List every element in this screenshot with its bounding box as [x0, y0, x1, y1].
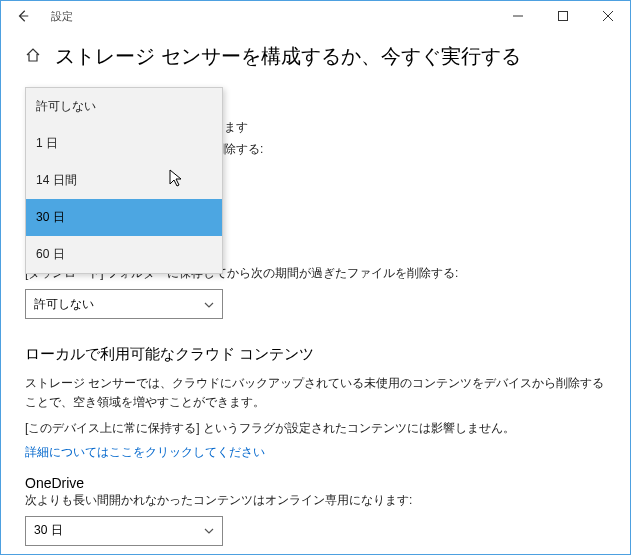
cloud-desc: ストレージ センサーでは、クラウドにバックアップされている未使用のコンテンツをデ…: [25, 374, 606, 412]
dropdown-option-3[interactable]: 30 日: [26, 199, 222, 236]
downloads-combo-value: 許可しない: [34, 296, 94, 313]
cloud-note: [このデバイス上に常に保持する] というフラグが設定されたコンテンツには影響しま…: [25, 419, 606, 438]
close-icon: [603, 11, 613, 21]
minimize-button[interactable]: [495, 2, 540, 30]
minimize-icon: [513, 11, 523, 21]
onedrive-combo-value: 30 日: [34, 522, 63, 539]
dropdown-option-4[interactable]: 60 日: [26, 236, 222, 273]
window-title: 設定: [37, 9, 73, 24]
chevron-down-icon: [204, 299, 214, 310]
dropdown-option-0[interactable]: 許可しない: [26, 88, 222, 125]
dropdown-option-1[interactable]: 1 日: [26, 125, 222, 162]
dropdown-option-2[interactable]: 14 日間: [26, 162, 222, 199]
svg-rect-0: [558, 12, 567, 21]
content-area: ストレージ センサーを構成するか、今すぐ実行する 余します を削除する: 許可し…: [1, 31, 630, 555]
back-button[interactable]: [9, 2, 37, 30]
page-title: ストレージ センサーを構成するか、今すぐ実行する: [55, 43, 521, 70]
cloud-learn-more-link[interactable]: 詳細についてはここをクリックしてください: [25, 444, 606, 461]
chevron-down-icon: [204, 525, 214, 536]
window-controls: [495, 2, 630, 30]
onedrive-combo[interactable]: 30 日: [25, 516, 223, 546]
recycle-bin-dropdown-list[interactable]: 許可しない 1 日 14 日間 30 日 60 日: [25, 87, 223, 274]
titlebar: 設定: [1, 1, 630, 31]
page-header: ストレージ センサーを構成するか、今すぐ実行する: [25, 43, 606, 70]
maximize-button[interactable]: [540, 2, 585, 30]
cloud-heading: ローカルで利用可能なクラウド コンテンツ: [25, 345, 606, 364]
onedrive-desc: 次よりも長い間開かれなかったコンテンツはオンライン専用になります:: [25, 491, 606, 510]
onedrive-heading: OneDrive: [25, 475, 606, 491]
maximize-icon: [558, 11, 568, 21]
home-icon[interactable]: [25, 47, 41, 67]
downloads-combo[interactable]: 許可しない: [25, 289, 223, 319]
close-button[interactable]: [585, 2, 630, 30]
back-arrow-icon: [16, 9, 30, 23]
